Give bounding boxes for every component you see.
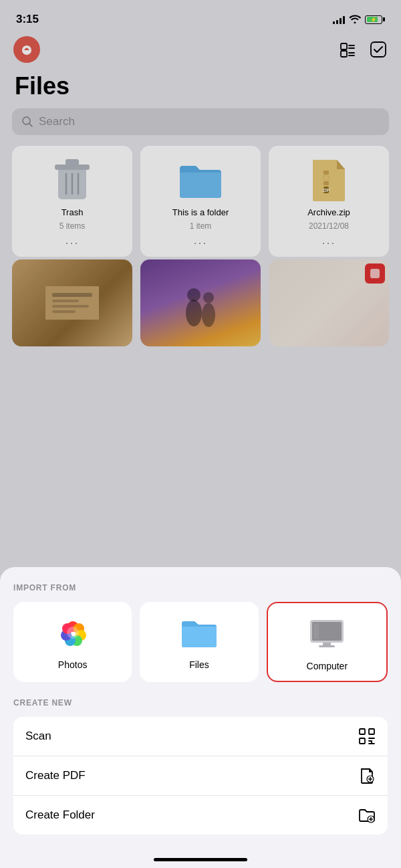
top-bar — [0, 33, 401, 70]
app-badge — [365, 263, 385, 284]
select-button[interactable] — [369, 40, 388, 59]
photo-card-3[interactable] — [269, 259, 389, 346]
photo-card-1[interactable] — [12, 259, 132, 346]
status-bar: 3:15 ⚡ — [0, 0, 401, 33]
svg-point-28 — [187, 288, 200, 302]
search-bar[interactable]: Search — [12, 108, 389, 135]
svg-rect-47 — [360, 738, 365, 744]
import-files-label: Files — [189, 659, 209, 670]
wifi-icon — [349, 14, 361, 25]
logo-icon — [18, 41, 35, 58]
create-folder-icon — [358, 806, 376, 824]
create-pdf-label: Create PDF — [25, 769, 86, 782]
svg-point-29 — [202, 303, 215, 327]
svg-rect-8 — [371, 42, 386, 57]
svg-rect-22 — [45, 286, 99, 320]
photo-thumb-1 — [45, 286, 99, 320]
photo-thumb-2 — [174, 276, 227, 330]
import-photos-label: Photos — [58, 659, 88, 670]
signal-icon — [333, 15, 345, 24]
status-icons: ⚡ — [333, 14, 385, 25]
file-card-folder[interactable]: This is a folder 1 item ··· — [140, 146, 261, 257]
create-section-label: CREATE NEW — [13, 698, 388, 708]
create-folder-item[interactable]: Create Folder — [13, 796, 388, 835]
import-photos[interactable]: Photos — [13, 602, 132, 682]
svg-rect-13 — [65, 159, 79, 166]
svg-point-39 — [67, 627, 79, 639]
svg-point-30 — [203, 292, 214, 303]
import-files[interactable]: Files — [140, 602, 258, 682]
app-logo[interactable] — [13, 36, 40, 63]
svg-rect-26 — [52, 310, 76, 313]
file-name-trash: Trash — [61, 207, 84, 217]
svg-rect-24 — [52, 300, 79, 302]
svg-rect-44 — [313, 623, 319, 639]
svg-rect-18 — [323, 176, 329, 180]
create-folder-label: Create Folder — [25, 808, 95, 822]
trash-icon — [49, 156, 96, 203]
scan-label: Scan — [25, 730, 51, 743]
file-menu-trash[interactable]: ··· — [65, 236, 79, 250]
create-scan-item[interactable]: Scan — [13, 717, 388, 756]
import-computer[interactable]: Computer — [267, 602, 388, 682]
file-meta-folder: 1 item — [190, 221, 212, 231]
svg-rect-31 — [370, 269, 380, 278]
create-pdf-item[interactable]: Create PDF — [13, 756, 388, 796]
files-folder-icon — [179, 613, 219, 653]
zip-icon: ZIP — [305, 156, 352, 203]
svg-point-27 — [186, 300, 202, 326]
file-meta-zip: 2021/12/08 — [309, 221, 349, 231]
svg-rect-2 — [341, 43, 347, 49]
import-computer-label: Computer — [307, 661, 348, 671]
status-time: 3:15 — [16, 13, 39, 26]
file-card-trash[interactable]: Trash 5 items ··· — [12, 146, 132, 257]
photos-icon — [53, 613, 93, 653]
file-grid: Trash 5 items ··· This is a folder 1 ite… — [0, 146, 401, 257]
svg-text:ZIP: ZIP — [323, 188, 330, 193]
search-placeholder: Search — [39, 115, 75, 128]
svg-rect-43 — [319, 645, 335, 647]
computer-icon — [307, 614, 347, 654]
svg-rect-19 — [323, 181, 329, 185]
file-name-zip: Archive.zip — [307, 207, 350, 217]
file-meta-trash: 5 items — [59, 221, 86, 231]
svg-rect-3 — [341, 51, 347, 57]
photo-card-2[interactable] — [140, 259, 261, 346]
file-menu-zip[interactable]: ··· — [321, 236, 336, 250]
folder-icon — [177, 156, 224, 203]
svg-rect-45 — [360, 729, 365, 734]
bottom-spacer — [13, 835, 388, 868]
svg-rect-23 — [52, 293, 92, 297]
battery-icon: ⚡ — [365, 15, 385, 24]
file-card-zip[interactable]: ZIP Archive.zip 2021/12/08 ··· — [269, 146, 389, 257]
bottom-sheet: IMPORT FROM Photos — [0, 567, 401, 868]
home-indicator — [154, 858, 247, 861]
top-right-icons — [338, 40, 388, 59]
create-pdf-icon — [358, 767, 376, 784]
import-grid: Photos Files — [13, 602, 388, 682]
create-menu-list: Scan Create PDF — [13, 717, 388, 835]
file-menu-folder[interactable]: ··· — [193, 236, 207, 250]
page-title: Files — [0, 70, 401, 108]
svg-rect-25 — [52, 305, 89, 308]
photo-grid — [0, 259, 401, 346]
svg-rect-17 — [323, 171, 329, 175]
import-section-label: IMPORT FROM — [13, 583, 388, 592]
list-view-button[interactable] — [338, 40, 357, 59]
scan-icon — [358, 728, 376, 745]
search-icon — [21, 116, 33, 128]
svg-rect-46 — [369, 729, 374, 734]
svg-line-10 — [29, 124, 33, 127]
file-name-folder: This is a folder — [172, 207, 229, 217]
